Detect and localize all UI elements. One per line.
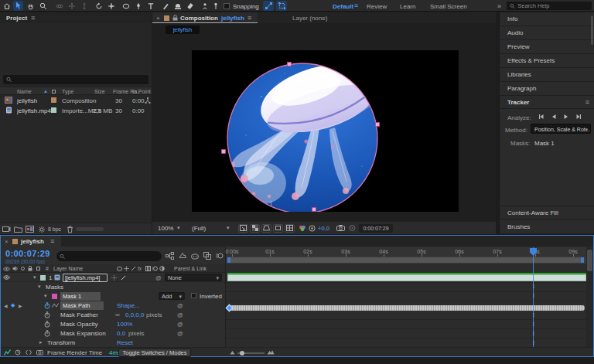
property-pick-whip-icon[interactable]: @ bbox=[177, 302, 183, 309]
layer-visibility-eye-icon[interactable] bbox=[3, 275, 10, 280]
timeline-active-tab[interactable]: × jellyfish ≡ bbox=[1, 236, 61, 247]
stopwatch-icon[interactable] bbox=[44, 330, 50, 337]
resolution-dropdown[interactable]: (Full) bbox=[192, 225, 206, 232]
project-tab[interactable]: Project bbox=[6, 15, 27, 22]
mask-visibility-icon[interactable] bbox=[261, 224, 271, 233]
prop-value[interactable]: Shape... bbox=[117, 302, 140, 309]
render-time-toggle-icon[interactable] bbox=[4, 349, 11, 355]
panel-brushes[interactable]: Brushes bbox=[500, 219, 594, 234]
type-tool[interactable] bbox=[145, 2, 155, 10]
composition-marker-icon[interactable] bbox=[15, 349, 21, 355]
pen-tool[interactable] bbox=[133, 2, 143, 10]
mask-path-selected-box[interactable]: Mask Path bbox=[60, 301, 104, 310]
col-type[interactable]: Type bbox=[62, 89, 73, 94]
project-settings-icon[interactable] bbox=[36, 225, 46, 233]
interpret-footage-icon[interactable] bbox=[2, 225, 12, 233]
channel-icon[interactable] bbox=[298, 224, 307, 232]
prop-label[interactable]: Mask Expansion bbox=[60, 330, 106, 337]
current-timecode[interactable]: 0:00:07:29 bbox=[5, 249, 50, 258]
transform-reset-link[interactable]: Reset bbox=[117, 339, 133, 346]
snap-to-features-icon[interactable] bbox=[263, 1, 274, 11]
home-icon[interactable] bbox=[2, 2, 12, 10]
keyframe-current-diamond[interactable]: ◆ bbox=[11, 302, 15, 308]
project-search-input[interactable] bbox=[15, 77, 145, 83]
panel-content-aware-fill[interactable]: Content-Aware Fill bbox=[500, 206, 594, 219]
col-size[interactable]: Size bbox=[94, 89, 105, 94]
index-column-label[interactable]: # bbox=[46, 266, 49, 271]
prop-label[interactable]: Mask Opacity bbox=[60, 321, 97, 328]
mask-mode-dropdown[interactable]: Add ▾ bbox=[159, 292, 185, 300]
comp-nav-chip[interactable]: jellyfish bbox=[166, 26, 200, 34]
workspace-tab-small-screen[interactable]: Small Screen bbox=[430, 3, 467, 10]
prop-value[interactable]: 0,0,0,0 bbox=[125, 311, 144, 318]
mask-row[interactable]: ▾ Mask 1 Add ▾ Inverted bbox=[1, 291, 225, 301]
transform-expand-chevron[interactable]: ▸ bbox=[39, 339, 43, 345]
hand-tool[interactable] bbox=[26, 2, 36, 10]
right-scrollbar[interactable] bbox=[591, 15, 593, 45]
panel-info[interactable]: Info bbox=[500, 12, 594, 26]
project-row-footage[interactable]: jellyfish.mp4 Importe...MEX 2,5 MB 30 0:… bbox=[0, 105, 152, 115]
frame-blending-icon[interactable] bbox=[202, 251, 212, 260]
viewer-tab-comp-name[interactable]: jellyfish bbox=[221, 15, 244, 22]
comp-mini-flowchart-icon[interactable] bbox=[165, 251, 175, 260]
magnification-dropdown[interactable]: 100% bbox=[158, 225, 173, 232]
project-search-box[interactable] bbox=[3, 75, 148, 84]
stopwatch-icon[interactable] bbox=[44, 311, 50, 318]
dolly-camera-tool[interactable] bbox=[79, 2, 89, 10]
prop-value[interactable]: 100% bbox=[117, 321, 132, 328]
snapping-checkbox[interactable] bbox=[224, 3, 230, 9]
label-column-icon[interactable] bbox=[36, 267, 40, 270]
brush-tool[interactable] bbox=[160, 2, 170, 10]
transform-row[interactable]: ▸ Transform Reset bbox=[1, 338, 225, 347]
work-area-bar[interactable] bbox=[227, 257, 584, 263]
chevron-down-icon[interactable]: ▾ bbox=[227, 225, 230, 231]
zoom-out-mountain-icon[interactable] bbox=[230, 350, 235, 355]
workspace-menu-icon[interactable]: ≡ bbox=[354, 2, 358, 9]
project-hscrollbar[interactable] bbox=[76, 227, 104, 231]
reset-exposure-icon[interactable] bbox=[308, 224, 316, 232]
analyze-forward-one-frame-button[interactable] bbox=[574, 113, 583, 121]
camera-shutter-icon[interactable] bbox=[36, 349, 43, 355]
timeline-search-input[interactable] bbox=[67, 253, 159, 260]
panel-tracker[interactable]: Tracker ≡ bbox=[500, 96, 594, 109]
mask-path-row[interactable]: ◀ ◆ ▶ Mask Path Shape... @ bbox=[1, 301, 225, 310]
current-time-display[interactable]: 0:00:07:29 bbox=[359, 224, 393, 233]
project-menu-icon[interactable]: ≡ bbox=[31, 15, 35, 22]
motion-blur-icon[interactable] bbox=[214, 251, 224, 260]
mask-opacity-row[interactable]: Mask Opacity 100% @ bbox=[1, 319, 225, 328]
mask-feather-row[interactable]: Mask Feather ∞ 0,0,0,0 pixels @ bbox=[1, 310, 225, 319]
timeline-tab-menu-icon[interactable]: ≡ bbox=[50, 238, 54, 245]
property-pick-whip-icon[interactable]: @ bbox=[177, 330, 183, 337]
snapshot-camera-icon[interactable] bbox=[336, 224, 346, 232]
analyze-backward-button[interactable] bbox=[549, 113, 558, 121]
toggle-switches-modes-button[interactable]: Toggle Switches / Modes bbox=[118, 349, 191, 357]
parent-link-dropdown[interactable]: None ▾ bbox=[165, 274, 222, 281]
item-label-color[interactable] bbox=[51, 107, 56, 113]
draft-3d-icon[interactable] bbox=[177, 251, 187, 260]
show-snapshot-icon[interactable] bbox=[347, 224, 357, 232]
timeline-vscrollbar[interactable] bbox=[586, 247, 593, 347]
mask-inverted-checkbox[interactable] bbox=[191, 293, 196, 298]
viewer-tab-menu-icon[interactable]: ≡ bbox=[248, 15, 251, 22]
workspace-tab-learn[interactable]: Learn bbox=[400, 3, 415, 10]
expand-layers-icon[interactable] bbox=[26, 349, 32, 355]
mask-vertex-handle-left[interactable] bbox=[222, 150, 226, 154]
rotation-tool[interactable] bbox=[94, 2, 104, 10]
work-area-end-handle[interactable] bbox=[581, 257, 584, 263]
timeline-graph-area[interactable]: 0:00s 01s 02s 03s 04s 05s 06s 07s 08s 09… bbox=[225, 247, 586, 347]
layer-row[interactable]: ▾ 1 [jellyfish.mp4] @ None ▾ bbox=[1, 273, 225, 282]
layer-expand-chevron[interactable]: ▾ bbox=[33, 274, 36, 281]
mask-vertex-handle-top[interactable] bbox=[288, 63, 292, 66]
keyframe-prev-button[interactable]: ◀ bbox=[4, 303, 8, 308]
eraser-tool[interactable] bbox=[185, 2, 195, 10]
parent-pick-whip-icon[interactable]: @ bbox=[155, 274, 162, 281]
item-label-color[interactable] bbox=[51, 97, 56, 103]
mask-label-color[interactable] bbox=[52, 294, 57, 299]
orbit-camera-tool[interactable] bbox=[54, 2, 64, 10]
layer-tab[interactable]: Layer (none) bbox=[292, 15, 327, 22]
hide-shy-layers-icon[interactable] bbox=[189, 251, 200, 260]
tab-close-icon[interactable]: × bbox=[5, 238, 9, 245]
workspace-tab-default[interactable]: Default bbox=[333, 3, 353, 10]
zoom-tool[interactable] bbox=[38, 2, 48, 10]
preview-lock-icon[interactable] bbox=[238, 224, 248, 233]
